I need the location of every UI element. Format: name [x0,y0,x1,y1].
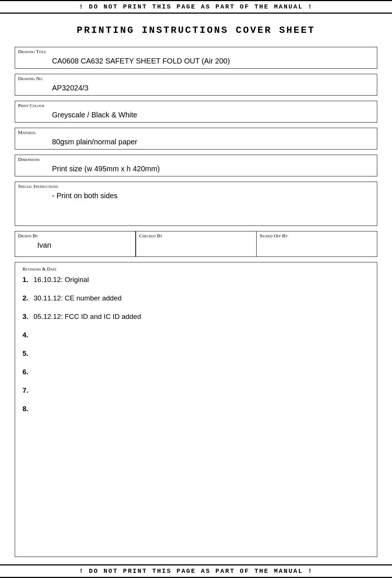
revision-num: 5. [22,350,31,358]
revision-item: 3.05.12.12: FCC ID and IC ID added [22,313,370,321]
print-colour-block: Print Colour Greyscale / Black & White [15,101,377,123]
special-instructions-value: - Print on both sides [15,190,377,222]
special-instructions-block: Special Instructions - Print on both sid… [15,182,377,226]
material-label: Material [15,128,377,136]
signed-off-by-label: Signed Off By [257,231,377,240]
revisions-block: Revisions & Date 1.16.10.12: Original2.3… [15,262,377,557]
bottom-banner: ! DO NOT PRINT THIS PAGE AS PART OF THE … [0,564,392,578]
drawing-title-label: Drawing Title [15,47,377,55]
signatures-row: Drawn By Ivan Checked By Signed Off By [15,231,377,257]
top-banner: ! DO NOT PRINT THIS PAGE AS PART OF THE … [0,0,392,14]
revision-item: 8. [22,405,370,413]
drawing-no-label: Drawing No. [15,74,377,82]
main-content: PRINTING INSTRUCTIONS COVER SHEET Drawin… [0,14,392,564]
revision-num: 2. [22,294,31,302]
revision-text: 05.12.12: FCC ID and IC ID added [34,313,141,321]
revision-item: 7. [22,386,370,395]
dimensions-value: Print size (w 495mm x h 420mm) [15,163,377,176]
special-instructions-label: Special Instructions [15,182,377,190]
dimensions-label: Dimensions [15,155,377,163]
revision-item: 4. [22,331,370,339]
revisions-label: Revisions & Date [22,266,370,272]
page-title: PRINTING INSTRUCTIONS COVER SHEET [15,25,377,36]
checked-by-label: Checked By [136,231,256,240]
revision-num: 8. [22,405,31,413]
revision-text: 30.11.12: CE number added [34,294,122,302]
revision-num: 4. [22,331,31,339]
revision-num: 3. [22,313,31,321]
signed-off-by-value [257,240,377,244]
revision-text: 16.10.12: Original [34,276,89,284]
drawing-title-value: CA0608 CA632 SAFETY SHEET FOLD OUT (Air … [15,55,377,68]
page-wrapper: ! DO NOT PRINT THIS PAGE AS PART OF THE … [0,0,392,578]
revision-item: 5. [22,350,370,358]
drawing-no-value: AP32024/3 [15,82,377,95]
drawing-title-block: Drawing Title CA0608 CA632 SAFETY SHEET … [15,47,377,69]
revisions-list: 1.16.10.12: Original2.30.11.12: CE numbe… [22,276,370,413]
revision-num: 7. [22,386,31,395]
drawing-no-block: Drawing No. AP32024/3 [15,74,377,96]
dimensions-block: Dimensions Print size (w 495mm x h 420mm… [15,155,377,176]
material-block: Material 80gsm plain/normal paper [15,128,377,149]
material-value: 80gsm plain/normal paper [15,136,377,149]
signed-off-by-block: Signed Off By [257,231,377,257]
checked-by-value [136,240,256,244]
print-colour-label: Print Colour [15,101,377,109]
revision-num: 6. [22,368,31,376]
revision-item: 1.16.10.12: Original [22,276,370,284]
drawn-by-label: Drawn By [15,231,135,240]
revision-item: 6. [22,368,370,376]
revision-num: 1. [22,276,31,284]
checked-by-block: Checked By [136,231,257,257]
drawn-by-value: Ivan [15,240,135,252]
print-colour-value: Greyscale / Black & White [15,109,377,122]
revision-item: 2.30.11.12: CE number added [22,294,370,302]
drawn-by-block: Drawn By Ivan [15,231,136,257]
